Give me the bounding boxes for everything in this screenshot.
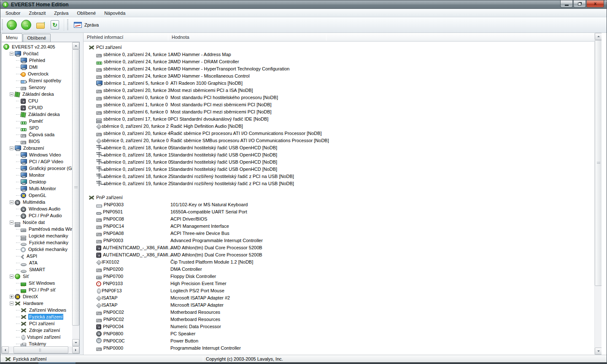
- device-row[interactable]: sběrnice 0, zařízení 19, funkce 2Standar…: [84, 180, 594, 187]
- tree-item[interactable]: EVEREST v2.20.405: [2, 43, 72, 50]
- tree-item[interactable]: Síť Windows: [2, 280, 72, 286]
- tree-item[interactable]: Tiskárny: [2, 340, 72, 346]
- tree-scroll-thumb[interactable]: [72, 49, 79, 326]
- tree-item[interactable]: Fyzické mechaniky: [2, 239, 72, 246]
- content-scroll-up-button[interactable]: [595, 33, 602, 40]
- tree-item[interactable]: PCI / AGP Video: [2, 158, 72, 165]
- tree-item[interactable]: Overclock: [2, 70, 72, 77]
- tree-item[interactable]: PCI / PnP Audio: [2, 212, 72, 219]
- scroll-right-button[interactable]: [72, 346, 79, 353]
- tree-item[interactable]: Přehled: [2, 57, 72, 64]
- minimize-button[interactable]: [560, 0, 573, 8]
- column-header-info[interactable]: Přehled informací: [84, 33, 168, 42]
- restore-button[interactable]: [573, 0, 586, 8]
- tree-item[interactable]: OpenGL: [2, 192, 72, 199]
- scroll-down-button[interactable]: [72, 339, 79, 346]
- tree-item[interactable]: Vstupní zařízení: [2, 334, 72, 340]
- content-scroll-down-button[interactable]: [595, 348, 602, 355]
- tree-item[interactable]: Windows Video: [2, 151, 72, 158]
- forward-button[interactable]: →: [20, 19, 32, 31]
- collapse-icon[interactable]: [10, 146, 13, 150]
- device-row[interactable]: sběrnice 0, zařízení 0, funkce 0Most sta…: [84, 94, 594, 101]
- tab-oblben[interactable]: Oblíbené: [23, 34, 51, 42]
- content-vertical-scrollbar[interactable]: [594, 33, 602, 355]
- tree-item[interactable]: Multi-Monitor: [2, 185, 72, 192]
- tree-item[interactable]: CPU: [2, 97, 72, 104]
- device-row[interactable]: sběrnice 0, zařízení 20, funkce 4Řadič s…: [84, 129, 594, 137]
- close-button[interactable]: X: [586, 0, 604, 8]
- tree-item[interactable]: Senzory: [2, 84, 72, 91]
- scroll-up-button[interactable]: [72, 42, 79, 49]
- tree-vertical-scrollbar[interactable]: [72, 42, 79, 346]
- tree-item[interactable]: Paměťová média Windows: [2, 226, 72, 232]
- device-row[interactable]: sběrnice 0, zařízení 20, funkce 2Řadič H…: [84, 122, 594, 129]
- tree-item[interactable]: Logické mechaniky: [2, 232, 72, 239]
- toolbar-grip[interactable]: [2, 19, 3, 30]
- device-row[interactable]: sběrnice 0, zařízení 24, funkce 1AMD Ham…: [84, 51, 594, 58]
- toolbar-grip-2[interactable]: [67, 19, 68, 30]
- tree-item[interactable]: SMART: [2, 266, 72, 273]
- tree-hscroll-thumb[interactable]: [13, 346, 68, 353]
- tree-item[interactable]: Řízení spotřeby: [2, 77, 72, 84]
- tree-item[interactable]: ATA: [2, 259, 72, 266]
- tree-horizontal-scrollbar[interactable]: [2, 346, 79, 353]
- folder-up-button[interactable]: [34, 19, 47, 31]
- device-row[interactable]: sběrnice 0, zařízení 20, funkce 3Most me…: [84, 86, 594, 94]
- device-row[interactable]: PNP0C14ACPI Management Interface: [84, 222, 594, 229]
- device-row[interactable]: PNP0C0CPower Button: [84, 337, 594, 344]
- menu-item-soubor[interactable]: Soubor: [1, 9, 24, 17]
- tree-item[interactable]: DirectX: [2, 293, 72, 300]
- tree-item[interactable]: Hardware: [2, 300, 72, 307]
- device-row[interactable]: sběrnice 1, zařízení 5, funkce 0ATI Rade…: [84, 79, 594, 86]
- device-row[interactable]: PNP0700Floppy Disk Controller: [84, 272, 594, 280]
- tree-item[interactable]: ASPI: [2, 253, 72, 259]
- device-row[interactable]: PNP0003Advanced Programmable Interrupt C…: [84, 237, 594, 244]
- tree-item[interactable]: BIOS: [2, 138, 72, 145]
- tree-item[interactable]: SPD: [2, 124, 72, 131]
- device-row[interactable]: sběrnice 0, zařízení 6, funkce 0Most sta…: [84, 108, 594, 115]
- device-row[interactable]: sběrnice 0, zařízení 24, funkce 2AMD Ham…: [84, 58, 594, 65]
- back-button[interactable]: ←: [5, 19, 18, 31]
- device-row[interactable]: sběrnice 0, zařízení 18, funkce 1Standar…: [84, 151, 594, 158]
- tree-item[interactable]: Zdroje zařízení: [2, 327, 72, 334]
- device-row[interactable]: sběrnice 0, zařízení 18, funkce 2Standar…: [84, 173, 594, 180]
- collapse-icon[interactable]: [10, 302, 13, 305]
- tree-item[interactable]: PCI / PnP síť: [2, 286, 72, 293]
- device-row[interactable]: sběrnice 0, zařízení 20, funkce 0Řadič s…: [84, 137, 594, 144]
- collapse-icon[interactable]: [10, 52, 13, 56]
- tab-menu[interactable]: Menu: [1, 33, 22, 42]
- report-button[interactable]: Zpráva: [70, 19, 103, 31]
- tree-item[interactable]: Počítač: [2, 50, 72, 57]
- collapse-icon[interactable]: [10, 200, 13, 204]
- device-row[interactable]: sběrnice 0, zařízení 24, funkce 0AMD Ham…: [84, 65, 594, 72]
- device-row[interactable]: sběrnice 0, zařízení 19, funkce 1Standar…: [84, 165, 594, 173]
- tree-item[interactable]: Multimédia: [2, 199, 72, 205]
- tree-item[interactable]: Síť: [2, 273, 72, 280]
- tree-item[interactable]: DMI: [2, 64, 72, 70]
- collapse-icon[interactable]: [10, 92, 13, 96]
- tree-item[interactable]: Monitor: [2, 172, 72, 178]
- collapse-icon[interactable]: [10, 275, 13, 278]
- tree-item[interactable]: Paměť: [2, 118, 72, 124]
- tree-item[interactable]: Zobrazení: [2, 145, 72, 151]
- tree-item[interactable]: Čipová sada: [2, 131, 72, 138]
- tree-item[interactable]: Grafický procesor (GPU): [2, 165, 72, 172]
- column-divider-2[interactable]: [326, 34, 326, 40]
- device-row[interactable]: sběrnice 0, zařízení 1, funkce 0Most sta…: [84, 101, 594, 108]
- menu-item-oblben[interactable]: Oblíbené: [73, 9, 100, 17]
- menu-item-npovda[interactable]: Nápověda: [100, 9, 129, 17]
- device-row[interactable]: PNP0C08ACPI Driver/BIOS: [84, 215, 594, 222]
- tree-item[interactable]: Windows Audio: [2, 205, 72, 212]
- device-row[interactable]: ISATAPMicrosoft ISATAP Adapter #2: [84, 294, 594, 301]
- device-row[interactable]: PNP0000Programmable Interrupt Controller: [84, 344, 594, 351]
- device-row[interactable]: PNP0800PC Speaker: [84, 330, 594, 337]
- tree-item[interactable]: CPUID: [2, 104, 72, 111]
- device-row[interactable]: sběrnice 0, zařízení 17, funkce 0PCI Sta…: [84, 115, 594, 122]
- title-bar[interactable]: EVEREST Home Edition X: [0, 0, 607, 9]
- collapse-icon[interactable]: [10, 221, 13, 224]
- tree-item[interactable]: Optické mechaniky: [2, 246, 72, 253]
- device-row[interactable]: PNP0C04Numeric Data Processor: [84, 323, 594, 330]
- device-row[interactable]: PNP0C02Motherboard Resources: [84, 308, 594, 315]
- device-row[interactable]: ISATAPMicrosoft ISATAP Adapter: [84, 301, 594, 308]
- device-row[interactable]: PNP050116550A-compatible UART Serial Por…: [84, 208, 594, 215]
